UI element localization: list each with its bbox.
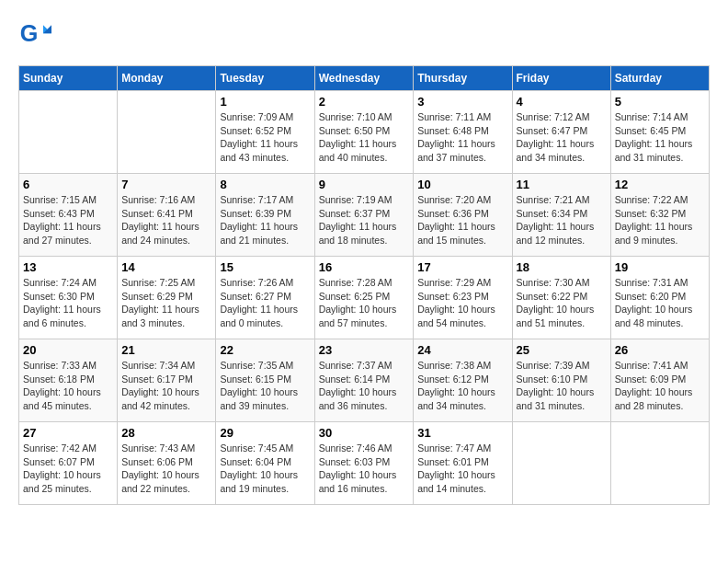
day-info: Sunrise: 7:35 AMSunset: 6:15 PMDaylight:… (220, 359, 310, 413)
calendar-cell: 22Sunrise: 7:35 AMSunset: 6:15 PMDayligh… (216, 339, 314, 422)
day-info: Sunrise: 7:24 AMSunset: 6:30 PMDaylight:… (23, 276, 113, 330)
calendar-cell: 20Sunrise: 7:33 AMSunset: 6:18 PMDayligh… (19, 339, 118, 422)
calendar-cell (19, 91, 118, 174)
day-info: Sunrise: 7:28 AMSunset: 6:25 PMDaylight:… (319, 276, 410, 330)
calendar-cell (118, 91, 216, 174)
calendar-cell: 30Sunrise: 7:46 AMSunset: 6:03 PMDayligh… (314, 422, 414, 505)
day-number: 21 (121, 343, 211, 357)
calendar-day-header: Friday (512, 66, 610, 91)
calendar-cell: 8Sunrise: 7:17 AMSunset: 6:39 PMDaylight… (216, 174, 314, 257)
calendar-day-header: Wednesday (314, 66, 414, 91)
day-number: 8 (220, 178, 310, 191)
day-info: Sunrise: 7:26 AMSunset: 6:27 PMDaylight:… (220, 276, 310, 330)
day-info: Sunrise: 7:25 AMSunset: 6:29 PMDaylight:… (121, 276, 211, 330)
day-info: Sunrise: 7:12 AMSunset: 6:47 PMDaylight:… (517, 110, 607, 165)
calendar-week-row: 1Sunrise: 7:09 AMSunset: 6:52 PMDaylight… (19, 91, 710, 174)
day-number: 13 (23, 260, 113, 274)
day-number: 27 (23, 426, 113, 440)
day-number: 30 (319, 426, 410, 440)
day-info: Sunrise: 7:29 AMSunset: 6:23 PMDaylight:… (417, 276, 507, 330)
calendar-week-row: 20Sunrise: 7:33 AMSunset: 6:18 PMDayligh… (19, 339, 710, 422)
logo: G (18, 18, 55, 52)
day-number: 17 (417, 260, 507, 274)
calendar-day-header: Saturday (610, 66, 709, 91)
calendar-cell: 13Sunrise: 7:24 AMSunset: 6:30 PMDayligh… (19, 257, 118, 339)
calendar-day-header: Sunday (19, 66, 118, 91)
calendar-week-row: 13Sunrise: 7:24 AMSunset: 6:30 PMDayligh… (19, 257, 710, 339)
day-number: 14 (121, 260, 211, 274)
calendar-cell: 19Sunrise: 7:31 AMSunset: 6:20 PMDayligh… (610, 257, 709, 339)
calendar-cell: 18Sunrise: 7:30 AMSunset: 6:22 PMDayligh… (512, 257, 610, 339)
calendar-cell: 1Sunrise: 7:09 AMSunset: 6:52 PMDaylight… (216, 91, 314, 174)
calendar-cell: 12Sunrise: 7:22 AMSunset: 6:32 PMDayligh… (610, 174, 709, 257)
day-info: Sunrise: 7:33 AMSunset: 6:18 PMDaylight:… (23, 359, 113, 413)
calendar-cell: 21Sunrise: 7:34 AMSunset: 6:17 PMDayligh… (118, 339, 216, 422)
day-number: 2 (319, 95, 410, 109)
calendar-cell: 2Sunrise: 7:10 AMSunset: 6:50 PMDaylight… (314, 91, 414, 174)
day-number: 15 (220, 260, 310, 274)
day-info: Sunrise: 7:41 AMSunset: 6:09 PMDaylight:… (615, 359, 705, 413)
day-info: Sunrise: 7:31 AMSunset: 6:20 PMDaylight:… (615, 276, 705, 330)
calendar-cell: 26Sunrise: 7:41 AMSunset: 6:09 PMDayligh… (610, 339, 709, 422)
day-number: 29 (220, 426, 310, 440)
day-number: 11 (517, 178, 607, 191)
calendar-cell: 11Sunrise: 7:21 AMSunset: 6:34 PMDayligh… (512, 174, 610, 257)
day-number: 16 (319, 260, 410, 274)
calendar-cell (610, 422, 709, 505)
calendar-cell: 29Sunrise: 7:45 AMSunset: 6:04 PMDayligh… (216, 422, 314, 505)
day-number: 22 (220, 343, 310, 357)
day-info: Sunrise: 7:34 AMSunset: 6:17 PMDaylight:… (121, 359, 211, 413)
day-info: Sunrise: 7:09 AMSunset: 6:52 PMDaylight:… (220, 110, 310, 165)
calendar-cell: 4Sunrise: 7:12 AMSunset: 6:47 PMDaylight… (512, 91, 610, 174)
day-info: Sunrise: 7:47 AMSunset: 6:01 PMDaylight:… (417, 442, 507, 496)
calendar-cell: 27Sunrise: 7:42 AMSunset: 6:07 PMDayligh… (19, 422, 118, 505)
svg-text:G: G (20, 20, 39, 46)
calendar-cell: 16Sunrise: 7:28 AMSunset: 6:25 PMDayligh… (314, 257, 414, 339)
day-info: Sunrise: 7:37 AMSunset: 6:14 PMDaylight:… (319, 359, 410, 413)
day-number: 24 (417, 343, 507, 357)
day-info: Sunrise: 7:16 AMSunset: 6:41 PMDaylight:… (121, 193, 211, 247)
day-number: 3 (417, 95, 507, 109)
day-number: 1 (220, 95, 310, 109)
day-number: 9 (319, 178, 410, 191)
day-info: Sunrise: 7:42 AMSunset: 6:07 PMDaylight:… (23, 442, 113, 496)
calendar-day-header: Thursday (414, 66, 512, 91)
day-info: Sunrise: 7:21 AMSunset: 6:34 PMDaylight:… (517, 193, 607, 247)
day-number: 4 (517, 95, 607, 109)
calendar-cell: 17Sunrise: 7:29 AMSunset: 6:23 PMDayligh… (414, 257, 512, 339)
calendar-cell: 31Sunrise: 7:47 AMSunset: 6:01 PMDayligh… (414, 422, 512, 505)
calendar-cell: 10Sunrise: 7:20 AMSunset: 6:36 PMDayligh… (414, 174, 512, 257)
calendar-day-header: Monday (118, 66, 216, 91)
calendar-week-row: 6Sunrise: 7:15 AMSunset: 6:43 PMDaylight… (19, 174, 710, 257)
calendar-cell (512, 422, 610, 505)
calendar-cell: 7Sunrise: 7:16 AMSunset: 6:41 PMDaylight… (118, 174, 216, 257)
day-info: Sunrise: 7:30 AMSunset: 6:22 PMDaylight:… (517, 276, 607, 330)
day-info: Sunrise: 7:17 AMSunset: 6:39 PMDaylight:… (220, 193, 310, 247)
calendar-header-row: SundayMondayTuesdayWednesdayThursdayFrid… (19, 66, 710, 91)
calendar-cell: 9Sunrise: 7:19 AMSunset: 6:37 PMDaylight… (314, 174, 414, 257)
calendar-cell: 25Sunrise: 7:39 AMSunset: 6:10 PMDayligh… (512, 339, 610, 422)
calendar-cell: 15Sunrise: 7:26 AMSunset: 6:27 PMDayligh… (216, 257, 314, 339)
day-number: 20 (23, 343, 113, 357)
day-info: Sunrise: 7:19 AMSunset: 6:37 PMDaylight:… (319, 193, 410, 247)
day-info: Sunrise: 7:38 AMSunset: 6:12 PMDaylight:… (417, 359, 507, 413)
day-number: 28 (121, 426, 211, 440)
calendar-cell: 14Sunrise: 7:25 AMSunset: 6:29 PMDayligh… (118, 257, 216, 339)
day-info: Sunrise: 7:22 AMSunset: 6:32 PMDaylight:… (615, 193, 705, 247)
day-number: 10 (417, 178, 507, 191)
calendar-cell: 24Sunrise: 7:38 AMSunset: 6:12 PMDayligh… (414, 339, 512, 422)
day-number: 19 (615, 260, 705, 274)
day-info: Sunrise: 7:11 AMSunset: 6:48 PMDaylight:… (417, 110, 507, 165)
day-number: 5 (615, 95, 705, 109)
day-info: Sunrise: 7:20 AMSunset: 6:36 PMDaylight:… (417, 193, 507, 247)
logo-icon: G (18, 18, 51, 52)
calendar-cell: 23Sunrise: 7:37 AMSunset: 6:14 PMDayligh… (314, 339, 414, 422)
day-number: 31 (417, 426, 507, 440)
day-number: 12 (615, 178, 705, 191)
calendar-cell: 28Sunrise: 7:43 AMSunset: 6:06 PMDayligh… (118, 422, 216, 505)
calendar-cell: 6Sunrise: 7:15 AMSunset: 6:43 PMDaylight… (19, 174, 118, 257)
calendar-table: SundayMondayTuesdayWednesdayThursdayFrid… (18, 65, 710, 505)
day-number: 26 (615, 343, 705, 357)
day-info: Sunrise: 7:10 AMSunset: 6:50 PMDaylight:… (319, 110, 410, 165)
day-number: 18 (517, 260, 607, 274)
